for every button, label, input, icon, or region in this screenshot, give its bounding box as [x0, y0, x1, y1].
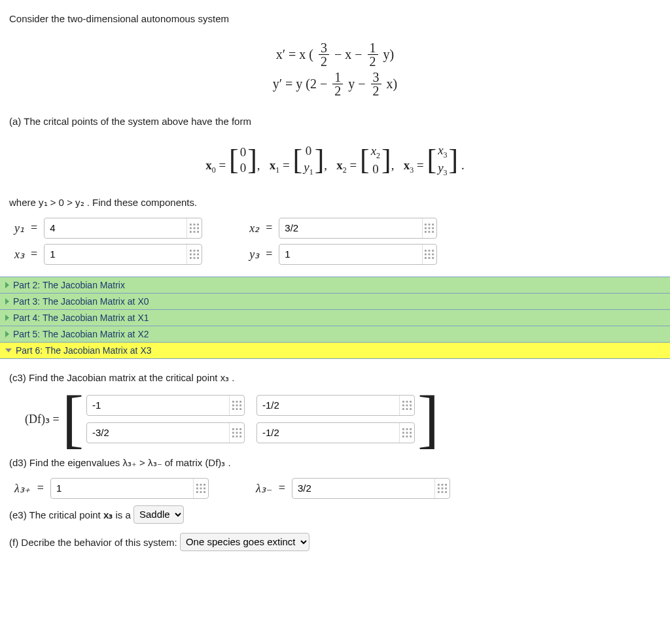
svg-rect-72: [196, 484, 198, 486]
svg-rect-68: [410, 432, 412, 433]
svg-rect-66: [402, 432, 404, 433]
keypad-icon[interactable]: [193, 479, 208, 498]
svg-rect-30: [425, 253, 427, 255]
svg-rect-67: [406, 432, 408, 433]
accordion-part-6[interactable]: Part 6: The Jacobian Matrix at X3: [0, 343, 670, 359]
svg-rect-41: [239, 404, 241, 406]
svg-rect-87: [438, 491, 440, 493]
svg-rect-55: [236, 428, 238, 430]
accordion: Part 2: The Jacobian Matrix Part 3: The …: [0, 277, 670, 359]
svg-rect-40: [236, 404, 238, 406]
label-x2: x₂: [249, 221, 259, 235]
chevron-right-icon: [5, 282, 9, 288]
svg-rect-1: [194, 224, 196, 226]
label-x3: x₃: [14, 247, 24, 262]
svg-rect-86: [445, 487, 447, 489]
svg-rect-49: [406, 404, 408, 406]
input-lambda3plus: [50, 478, 209, 499]
svg-rect-83: [445, 484, 447, 486]
keypad-icon[interactable]: [229, 396, 244, 415]
svg-rect-82: [442, 484, 444, 486]
accordion-part-2[interactable]: Part 2: The Jacobian Matrix: [0, 277, 670, 294]
svg-rect-7: [194, 231, 196, 233]
eq-row-1: x′ = x ( 32 − x − 12 y): [9, 41, 661, 68]
accordion-part-4[interactable]: Part 4: The Jacobian Matrix at X1: [0, 310, 670, 326]
svg-rect-31: [429, 253, 431, 255]
critical-points: x0 = [00], x1 = [0y1], x2 = [x20], x3 = …: [9, 136, 661, 190]
equations: x′ = x ( 32 − x − 12 y) y′ = y (2 − 12 y…: [9, 33, 661, 109]
svg-rect-28: [429, 250, 431, 252]
svg-rect-45: [402, 401, 404, 403]
keypad-icon[interactable]: [399, 423, 414, 443]
svg-rect-23: [197, 253, 199, 255]
svg-rect-15: [425, 231, 427, 233]
svg-rect-77: [203, 487, 205, 489]
accordion-part-5[interactable]: Part 5: The Jacobian Matrix at X2: [0, 326, 670, 343]
eq-row-2: y′ = y (2 − 12 y − 32 x): [9, 71, 661, 97]
svg-rect-22: [194, 253, 196, 255]
svg-rect-58: [236, 432, 238, 433]
input-lambda3minus: [292, 478, 450, 499]
keypad-icon[interactable]: [434, 479, 450, 498]
chevron-right-icon: [5, 298, 9, 305]
label-y3: y₃: [249, 247, 259, 262]
keypad-icon[interactable]: [422, 218, 437, 238]
svg-rect-61: [236, 435, 238, 437]
svg-rect-88: [442, 491, 444, 493]
svg-rect-14: [432, 227, 434, 229]
svg-rect-80: [203, 491, 205, 493]
svg-rect-37: [236, 401, 238, 403]
label-y1: y₁: [14, 221, 24, 235]
keypad-icon[interactable]: [186, 218, 202, 238]
svg-rect-57: [232, 432, 234, 433]
keypad-icon[interactable]: [399, 396, 414, 415]
where-text: where y₁ > 0 > y₂ . Find these component…: [9, 197, 661, 209]
input-x3: [44, 244, 202, 265]
keypad-icon[interactable]: [186, 245, 202, 264]
input-m12: [256, 395, 415, 416]
svg-rect-13: [429, 227, 431, 229]
svg-rect-48: [402, 404, 404, 406]
svg-rect-19: [194, 250, 196, 252]
svg-rect-51: [402, 408, 404, 410]
svg-rect-5: [197, 227, 199, 229]
svg-rect-25: [194, 257, 196, 259]
input-m22: [256, 422, 415, 443]
svg-rect-42: [232, 408, 234, 410]
keypad-icon[interactable]: [422, 245, 437, 264]
svg-rect-74: [203, 484, 205, 486]
svg-rect-8: [197, 231, 199, 233]
select-critical-point-type[interactable]: Saddle: [133, 505, 184, 524]
label-Df3: (Df)₃ =: [25, 412, 60, 426]
svg-rect-78: [196, 491, 198, 493]
label-lambda3minus: λ₃₋: [256, 481, 272, 496]
svg-rect-85: [442, 487, 444, 489]
svg-rect-64: [406, 428, 408, 430]
label-lambda3plus: λ₃₊: [14, 481, 31, 496]
svg-rect-73: [200, 484, 202, 486]
svg-rect-44: [239, 408, 241, 410]
svg-rect-47: [410, 401, 412, 403]
svg-rect-24: [190, 257, 192, 259]
svg-rect-27: [425, 250, 427, 252]
svg-rect-6: [190, 231, 192, 233]
svg-rect-50: [410, 404, 412, 406]
left-bracket: [: [60, 393, 86, 445]
select-behavior[interactable]: One species goes extinct: [180, 533, 309, 551]
svg-rect-2: [197, 224, 199, 226]
right-bracket: ]: [415, 393, 442, 445]
svg-rect-69: [402, 435, 404, 437]
svg-rect-59: [239, 432, 241, 433]
intro-text: Consider the two-dimensional autonomous …: [9, 13, 661, 24]
svg-rect-75: [196, 487, 198, 489]
svg-rect-10: [429, 224, 431, 226]
part-a-text: (a) The critcal points of the system abo…: [9, 116, 661, 127]
svg-rect-81: [438, 484, 440, 486]
svg-rect-0: [190, 224, 192, 226]
accordion-part-3[interactable]: Part 3: The Jacobian Matrix at X0: [0, 294, 670, 310]
keypad-icon[interactable]: [229, 423, 244, 443]
svg-rect-60: [232, 435, 234, 437]
svg-rect-11: [432, 224, 434, 226]
svg-rect-9: [425, 224, 427, 226]
c3-text: (c3) Find the Jacobian matrix at the cri…: [9, 372, 661, 384]
